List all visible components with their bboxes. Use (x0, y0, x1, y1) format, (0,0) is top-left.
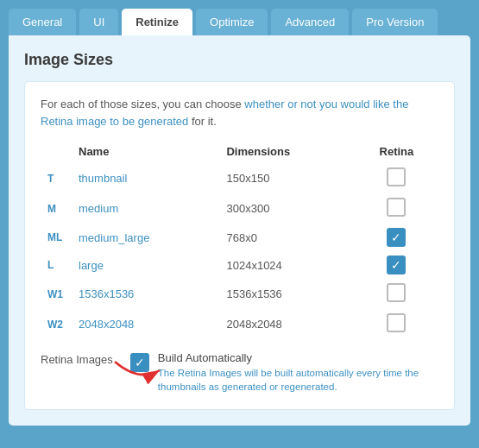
nav-tab-optimize[interactable]: Optimize (196, 9, 268, 35)
description-text: For each of those sizes, you can choose … (41, 96, 438, 129)
col-header-dimensions: Dimensions (219, 142, 354, 163)
row-name: medium_large (72, 224, 219, 251)
card-title: Image Sizes (24, 51, 455, 69)
nav-tab-ui[interactable]: UI (79, 9, 118, 35)
col-header-retina: Retina (355, 142, 438, 163)
nav-tab-advanced[interactable]: Advanced (271, 9, 349, 35)
nav-tab-general[interactable]: General (9, 9, 76, 35)
row-dimensions: 1536x1536 (219, 279, 354, 309)
row-name: medium (72, 193, 219, 224)
checkbox[interactable] (387, 198, 406, 217)
row-label: W1 (41, 279, 72, 309)
image-sizes-table: Name Dimensions Retina T thumbnail 150x1… (41, 142, 438, 339)
table-row: W1 1536x1536 1536x1536 (41, 279, 438, 309)
nav-tab-pro-version[interactable]: Pro Version (352, 9, 438, 35)
table-row: M medium 300x300 (41, 193, 438, 224)
build-auto-desc: The Retina Images will be built automati… (158, 366, 438, 394)
row-dimensions: 2048x2048 (219, 309, 354, 339)
table-row: L large 1024x1024 ✓ (41, 251, 438, 279)
row-label: ML (41, 224, 72, 251)
checkbox[interactable] (387, 167, 406, 186)
row-name: large (72, 251, 219, 279)
table-row: W2 2048x2048 2048x2048 (41, 309, 438, 339)
build-auto-text: Build Automatically The Retina Images wi… (158, 351, 438, 394)
main-card: Image Sizes For each of those sizes, you… (9, 35, 470, 426)
row-dimensions: 768x0 (219, 224, 354, 251)
checkbox[interactable] (387, 313, 406, 332)
retina-images-label: Retina Images (41, 353, 113, 366)
nav-tab-retinize[interactable]: Retinize (122, 9, 192, 35)
row-retina-checkbox[interactable] (355, 309, 438, 339)
row-retina-checkbox[interactable] (355, 279, 438, 309)
table-row: T thumbnail 150x150 (41, 163, 438, 193)
row-name: 1536x1536 (72, 279, 219, 309)
row-dimensions: 150x150 (219, 163, 354, 193)
inner-panel: For each of those sizes, you can choose … (24, 81, 455, 410)
row-dimensions: 300x300 (219, 193, 354, 224)
checkbox[interactable]: ✓ (387, 256, 406, 274)
row-name: 2048x2048 (72, 309, 219, 339)
arrow-icon (113, 358, 165, 384)
row-name: thumbnail (72, 163, 219, 193)
row-label: M (41, 193, 72, 224)
desc-part1: For each of those sizes, you can choose (41, 98, 244, 110)
row-dimensions: 1024x1024 (219, 251, 354, 279)
checkbox[interactable]: ✓ (387, 228, 406, 247)
bottom-row: Retina Images ✓ Build Automati (41, 351, 438, 394)
col-header-name: Name (72, 142, 219, 163)
row-label: L (41, 251, 72, 279)
row-retina-checkbox[interactable]: ✓ (355, 251, 438, 279)
nav-tabs: GeneralUIRetinizeOptimizeAdvancedPro Ver… (0, 0, 479, 35)
build-auto-title: Build Automatically (158, 351, 438, 364)
row-label: W2 (41, 309, 72, 339)
row-retina-checkbox[interactable]: ✓ (355, 224, 438, 251)
table-row: ML medium_large 768x0 ✓ (41, 224, 438, 251)
row-retina-checkbox[interactable] (355, 163, 438, 193)
desc-part2: for it. (188, 115, 217, 128)
row-retina-checkbox[interactable] (355, 193, 438, 224)
checkbox[interactable] (387, 283, 406, 302)
row-label: T (41, 163, 72, 193)
